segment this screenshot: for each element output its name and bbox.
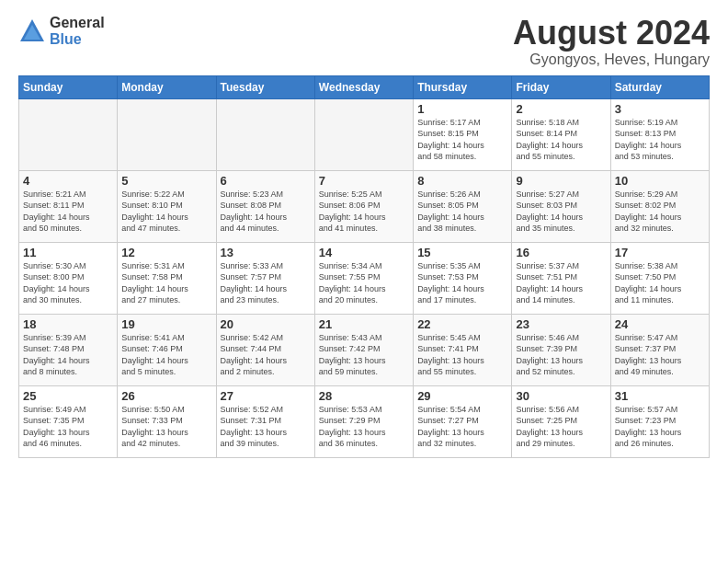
day-info: Sunrise: 5:18 AMSunset: 8:14 PMDaylight:… bbox=[516, 117, 606, 163]
day-info: Sunrise: 5:54 AMSunset: 7:27 PMDaylight:… bbox=[417, 404, 507, 450]
day-number: 4 bbox=[23, 174, 113, 188]
day-info: Sunrise: 5:57 AMSunset: 7:23 PMDaylight:… bbox=[615, 404, 705, 450]
day-info: Sunrise: 5:41 AMSunset: 7:46 PMDaylight:… bbox=[121, 332, 211, 378]
day-info: Sunrise: 5:26 AMSunset: 8:05 PMDaylight:… bbox=[417, 189, 507, 235]
day-number: 6 bbox=[221, 174, 311, 188]
day-cell-1-2: 6Sunrise: 5:23 AMSunset: 8:08 PMDaylight… bbox=[216, 170, 314, 242]
col-tuesday: Tuesday bbox=[216, 75, 314, 98]
day-info: Sunrise: 5:25 AMSunset: 8:06 PMDaylight:… bbox=[319, 189, 409, 235]
day-number: 22 bbox=[417, 317, 507, 331]
day-cell-0-2 bbox=[216, 98, 314, 170]
day-number: 28 bbox=[319, 389, 409, 403]
logo-blue: Blue bbox=[50, 31, 105, 48]
day-number: 13 bbox=[221, 246, 311, 259]
day-info: Sunrise: 5:23 AMSunset: 8:08 PMDaylight:… bbox=[221, 189, 311, 235]
logo-text: General Blue bbox=[50, 15, 105, 47]
day-number: 9 bbox=[516, 174, 606, 188]
week-row-4: 25Sunrise: 5:49 AMSunset: 7:35 PMDayligh… bbox=[19, 385, 710, 457]
day-info: Sunrise: 5:19 AMSunset: 8:13 PMDaylight:… bbox=[615, 117, 705, 163]
day-cell-0-6: 3Sunrise: 5:19 AMSunset: 8:13 PMDaylight… bbox=[610, 98, 709, 170]
day-cell-1-6: 10Sunrise: 5:29 AMSunset: 8:02 PMDayligh… bbox=[610, 170, 709, 242]
day-cell-0-3 bbox=[314, 98, 413, 170]
logo-icon bbox=[18, 17, 46, 45]
day-number: 23 bbox=[516, 317, 606, 331]
day-info: Sunrise: 5:34 AMSunset: 7:55 PMDaylight:… bbox=[319, 260, 409, 306]
week-row-2: 11Sunrise: 5:30 AMSunset: 8:00 PMDayligh… bbox=[19, 242, 710, 314]
day-cell-3-4: 22Sunrise: 5:45 AMSunset: 7:41 PMDayligh… bbox=[414, 314, 512, 385]
day-number: 18 bbox=[23, 317, 113, 331]
day-info: Sunrise: 5:49 AMSunset: 7:35 PMDaylight:… bbox=[23, 404, 113, 450]
day-cell-2-6: 17Sunrise: 5:38 AMSunset: 7:50 PMDayligh… bbox=[610, 242, 709, 314]
day-number: 27 bbox=[221, 389, 311, 403]
main-title: August 2024 bbox=[513, 15, 710, 52]
day-number: 26 bbox=[121, 389, 211, 403]
calendar-header: Sunday Monday Tuesday Wednesday Thursday… bbox=[19, 75, 710, 98]
day-number: 7 bbox=[319, 174, 409, 188]
day-number: 21 bbox=[319, 317, 409, 331]
day-cell-4-4: 29Sunrise: 5:54 AMSunset: 7:27 PMDayligh… bbox=[414, 385, 512, 457]
day-number: 5 bbox=[121, 174, 211, 188]
subtitle: Gyongyos, Heves, Hungary bbox=[513, 52, 710, 68]
day-cell-0-1 bbox=[118, 98, 216, 170]
week-row-0: 1Sunrise: 5:17 AMSunset: 8:15 PMDaylight… bbox=[19, 98, 710, 170]
day-number: 12 bbox=[121, 246, 211, 259]
day-cell-2-5: 16Sunrise: 5:37 AMSunset: 7:51 PMDayligh… bbox=[512, 242, 610, 314]
col-thursday: Thursday bbox=[414, 75, 512, 98]
header: General Blue August 2024 Gyongyos, Heves… bbox=[18, 15, 710, 68]
day-cell-2-2: 13Sunrise: 5:33 AMSunset: 7:57 PMDayligh… bbox=[216, 242, 314, 314]
day-cell-1-5: 9Sunrise: 5:27 AMSunset: 8:03 PMDaylight… bbox=[512, 170, 610, 242]
day-number: 15 bbox=[417, 246, 507, 259]
logo: General Blue bbox=[18, 15, 105, 47]
day-number: 16 bbox=[516, 246, 606, 259]
day-cell-4-1: 26Sunrise: 5:50 AMSunset: 7:33 PMDayligh… bbox=[118, 385, 216, 457]
page: General Blue August 2024 Gyongyos, Heves… bbox=[0, 0, 728, 563]
day-info: Sunrise: 5:56 AMSunset: 7:25 PMDaylight:… bbox=[516, 404, 606, 450]
calendar-body: 1Sunrise: 5:17 AMSunset: 8:15 PMDaylight… bbox=[19, 98, 710, 457]
day-info: Sunrise: 5:17 AMSunset: 8:15 PMDaylight:… bbox=[417, 117, 507, 163]
day-number: 24 bbox=[615, 317, 705, 331]
day-number: 3 bbox=[615, 102, 705, 116]
day-number: 2 bbox=[516, 102, 606, 116]
day-number: 10 bbox=[615, 174, 705, 188]
day-info: Sunrise: 5:33 AMSunset: 7:57 PMDaylight:… bbox=[221, 260, 311, 306]
day-info: Sunrise: 5:43 AMSunset: 7:42 PMDaylight:… bbox=[319, 332, 409, 378]
day-info: Sunrise: 5:30 AMSunset: 8:00 PMDaylight:… bbox=[23, 260, 113, 306]
day-number: 19 bbox=[121, 317, 211, 331]
day-cell-0-0 bbox=[19, 98, 118, 170]
col-sunday: Sunday bbox=[19, 75, 118, 98]
week-row-3: 18Sunrise: 5:39 AMSunset: 7:48 PMDayligh… bbox=[19, 314, 710, 385]
day-info: Sunrise: 5:47 AMSunset: 7:37 PMDaylight:… bbox=[615, 332, 705, 378]
col-monday: Monday bbox=[118, 75, 216, 98]
day-info: Sunrise: 5:42 AMSunset: 7:44 PMDaylight:… bbox=[221, 332, 311, 378]
day-info: Sunrise: 5:50 AMSunset: 7:33 PMDaylight:… bbox=[121, 404, 211, 450]
day-info: Sunrise: 5:39 AMSunset: 7:48 PMDaylight:… bbox=[23, 332, 113, 378]
day-cell-3-2: 20Sunrise: 5:42 AMSunset: 7:44 PMDayligh… bbox=[216, 314, 314, 385]
day-cell-4-3: 28Sunrise: 5:53 AMSunset: 7:29 PMDayligh… bbox=[314, 385, 413, 457]
day-cell-3-0: 18Sunrise: 5:39 AMSunset: 7:48 PMDayligh… bbox=[19, 314, 118, 385]
day-info: Sunrise: 5:46 AMSunset: 7:39 PMDaylight:… bbox=[516, 332, 606, 378]
day-cell-1-3: 7Sunrise: 5:25 AMSunset: 8:06 PMDaylight… bbox=[314, 170, 413, 242]
col-saturday: Saturday bbox=[610, 75, 709, 98]
day-number: 11 bbox=[23, 246, 113, 259]
day-number: 31 bbox=[615, 389, 705, 403]
day-info: Sunrise: 5:45 AMSunset: 7:41 PMDaylight:… bbox=[417, 332, 507, 378]
day-cell-3-6: 24Sunrise: 5:47 AMSunset: 7:37 PMDayligh… bbox=[610, 314, 709, 385]
header-row: Sunday Monday Tuesday Wednesday Thursday… bbox=[19, 75, 710, 98]
day-cell-2-3: 14Sunrise: 5:34 AMSunset: 7:55 PMDayligh… bbox=[314, 242, 413, 314]
day-cell-4-5: 30Sunrise: 5:56 AMSunset: 7:25 PMDayligh… bbox=[512, 385, 610, 457]
day-number: 14 bbox=[319, 246, 409, 259]
day-cell-4-2: 27Sunrise: 5:52 AMSunset: 7:31 PMDayligh… bbox=[216, 385, 314, 457]
col-friday: Friday bbox=[512, 75, 610, 98]
day-info: Sunrise: 5:38 AMSunset: 7:50 PMDaylight:… bbox=[615, 260, 705, 306]
day-cell-1-1: 5Sunrise: 5:22 AMSunset: 8:10 PMDaylight… bbox=[118, 170, 216, 242]
day-info: Sunrise: 5:52 AMSunset: 7:31 PMDaylight:… bbox=[221, 404, 311, 450]
day-number: 8 bbox=[417, 174, 507, 188]
logo-general: General bbox=[50, 15, 105, 31]
day-cell-3-3: 21Sunrise: 5:43 AMSunset: 7:42 PMDayligh… bbox=[314, 314, 413, 385]
day-number: 17 bbox=[615, 246, 705, 259]
day-cell-0-4: 1Sunrise: 5:17 AMSunset: 8:15 PMDaylight… bbox=[414, 98, 512, 170]
day-number: 29 bbox=[417, 389, 507, 403]
day-cell-2-0: 11Sunrise: 5:30 AMSunset: 8:00 PMDayligh… bbox=[19, 242, 118, 314]
day-cell-0-5: 2Sunrise: 5:18 AMSunset: 8:14 PMDaylight… bbox=[512, 98, 610, 170]
day-cell-3-1: 19Sunrise: 5:41 AMSunset: 7:46 PMDayligh… bbox=[118, 314, 216, 385]
